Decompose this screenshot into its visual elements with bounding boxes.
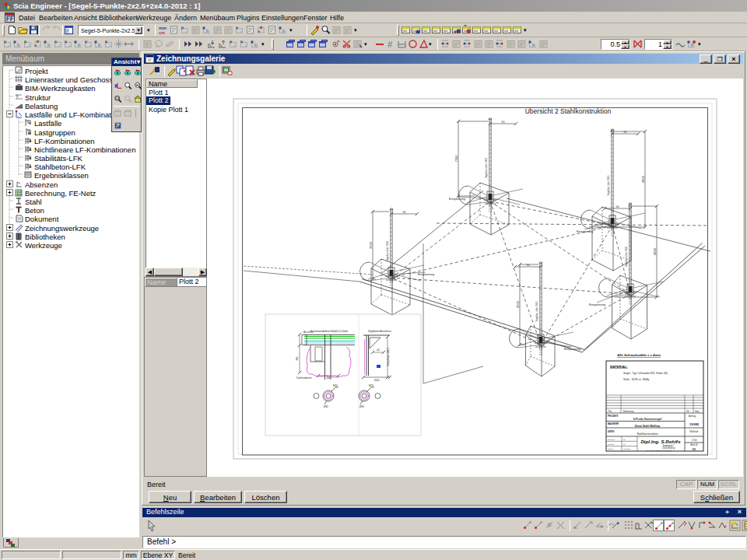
- svg-text:DATEI:: DATEI:: [608, 430, 615, 433]
- svg-text:2500: 2500: [516, 300, 520, 308]
- svg-text:M20: M20: [369, 384, 374, 387]
- svg-text:4800: 4800: [653, 247, 657, 255]
- svg-text:50: 50: [624, 131, 627, 134]
- svg-text:Dima Stahl Mölling: Dima Stahl Mölling: [635, 425, 660, 428]
- svg-text:BAUHERR: BAUHERR: [608, 422, 619, 425]
- svg-text:Einspannung: Einspannung: [449, 198, 465, 201]
- svg-text:Blatt-Nr: Blatt-Nr: [690, 443, 698, 446]
- svg-text:13/085: 13/085: [689, 422, 700, 426]
- svg-text:Gezeich.: Gezeich.: [608, 439, 615, 441]
- svg-text:50: 50: [616, 205, 619, 208]
- svg-text:Stahl - S235 vz. 80My: Stahl - S235 vz. 80My: [623, 378, 649, 381]
- svg-text:50: 50: [502, 121, 505, 124]
- svg-text:Segeltop über OKG: Segeltop über OKG: [535, 301, 538, 322]
- svg-text:Dipl.Ing. S.Rohlfs: Dipl.Ing. S.Rohlfs: [640, 439, 681, 444]
- svg-text:3500: 3500: [369, 241, 373, 249]
- svg-text:1000: 1000: [374, 379, 380, 382]
- svg-text:Einspannung: Einspannung: [589, 303, 605, 306]
- svg-text:Segeltop über OKG: Segeltop über OKG: [485, 157, 488, 178]
- svg-text:M20: M20: [333, 384, 338, 387]
- svg-text:Einspannung: Einspannung: [418, 273, 434, 276]
- svg-text:900: 900: [296, 356, 299, 360]
- svg-text:Segel - Typ I (Gewebe 832, F: Segel - Typ I (Gewebe 832, Farbe 34): [623, 372, 668, 375]
- svg-text:7500: 7500: [454, 155, 458, 163]
- svg-text:Stahlkonstruktion: Stahlkonstruktion: [637, 432, 658, 436]
- svg-text:Ø30: Ø30: [359, 405, 364, 408]
- svg-text:Segeltop über OKG: Segeltop über OKG: [607, 175, 610, 196]
- svg-text:Segeltop über OKG: Segeltop über OKG: [625, 246, 628, 267]
- svg-text:Rohrpfosten 168,3: Rohrpfosten 168,3: [387, 348, 390, 366]
- svg-text:4800: 4800: [641, 175, 645, 183]
- svg-text:MATERIAL:: MATERIAL:: [610, 365, 628, 369]
- svg-text:Einspannung: Einspannung: [564, 348, 580, 351]
- svg-text:5-Punkt-Sonnensegel: 5-Punkt-Sonnensegel: [633, 418, 662, 421]
- svg-text:Maßstab: Maßstab: [690, 430, 699, 433]
- svg-text:PROJEKT:: PROJEKT:: [608, 415, 619, 418]
- svg-text:01: 01: [693, 447, 696, 451]
- svg-text:08/2012: 08/2012: [623, 448, 630, 450]
- svg-text:Übersicht 2 Stahlkonstruktion: Übersicht 2 Stahlkonstruktion: [525, 107, 612, 115]
- svg-text:Ø30: Ø30: [324, 405, 328, 408]
- svg-text:Tel. 0000-00000 Fax 0000000: Tel. 0000-00000 Fax 0000000: [646, 450, 672, 452]
- svg-text:Drehfundament: Drehfundament: [296, 376, 312, 380]
- svg-text:#: #: [388, 40, 393, 49]
- svg-text:cm: cm: [159, 30, 165, 35]
- svg-text:Einspannung: Einspannung: [577, 230, 593, 233]
- svg-text:Segeltop über OKG: Segeltop über OKG: [386, 240, 389, 261]
- svg-text:50: 50: [403, 211, 406, 214]
- svg-text:Anschluss: Anschluss: [303, 331, 314, 334]
- svg-text:Kopfplatte Anschluss: Kopfplatte Anschluss: [368, 330, 391, 333]
- svg-text:300: 300: [326, 376, 330, 380]
- svg-text:Geprüft: Geprüft: [608, 443, 614, 446]
- svg-text:1:50: 1:50: [692, 439, 697, 442]
- svg-text:Schneckenbohrer 600x0,5-2,0mm: Schneckenbohrer 600x0,5-2,0mm: [310, 330, 348, 333]
- svg-text:Gew.: Gew.: [695, 410, 700, 413]
- svg-text:50: 50: [527, 264, 530, 267]
- svg-text:Pos: Pos: [608, 410, 612, 413]
- svg-text:Datum: Datum: [608, 448, 613, 450]
- svg-text:Alle Schraubstähle s = 4mm: Alle Schraubstähle s = 4mm: [616, 353, 661, 357]
- svg-text:Benennung: Benennung: [623, 410, 634, 413]
- svg-text:Auftrag: Auftrag: [689, 415, 696, 418]
- svg-text:40: 40: [377, 348, 380, 352]
